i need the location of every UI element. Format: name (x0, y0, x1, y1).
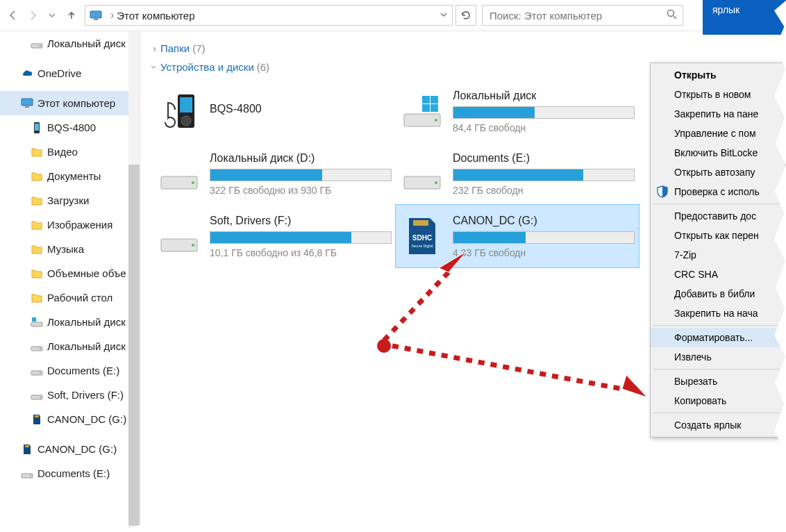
menu-item[interactable]: Закрепить на нача (651, 304, 785, 323)
svg-rect-6 (25, 106, 29, 108)
drive-item[interactable]: SDHCSecure Digital CANON_DC (G:) 4,33 ГБ… (396, 205, 639, 267)
menu-item-label: Создать ярлык (674, 419, 741, 431)
folder-3d-icon (31, 267, 43, 280)
svg-rect-5 (22, 99, 33, 106)
tree-item-label: OneDrive (37, 67, 81, 79)
onedrive-icon (21, 67, 33, 80)
group-folders[interactable]: › Папки (7) (153, 42, 778, 54)
tree-item[interactable]: Этот компьютер (0, 91, 140, 115)
folder-dl-icon (31, 194, 43, 207)
menu-item-label: Извлечь (674, 351, 712, 363)
tree-item[interactable]: CANON_DC (G:) (0, 407, 140, 431)
hdd-icon (31, 340, 43, 353)
forward-button[interactable] (24, 6, 42, 24)
menu-item[interactable]: Управление с пом (651, 124, 785, 143)
tree-item[interactable]: Documents (E:) (0, 358, 140, 383)
drive-item[interactable]: Локальный диск 84,4 ГБ свободн (396, 80, 639, 142)
up-button[interactable] (62, 6, 81, 24)
tree-item[interactable]: Музыка (0, 237, 140, 261)
tree-item-label: Музыка (47, 243, 84, 255)
tree-item[interactable]: Видео (0, 140, 140, 164)
menu-item-label: Проверка с исполь (674, 186, 760, 197)
tree-item-label: Soft, Drivers (F:) (47, 389, 124, 401)
drive-item[interactable]: Локальный диск (D:) 322 ГБ свободно из 9… (153, 142, 396, 205)
svg-point-33 (435, 181, 437, 184)
tree-item-label: BQS-4800 (47, 122, 96, 133)
menu-item[interactable]: Извлечь (651, 347, 785, 367)
hdd-icon (21, 467, 33, 480)
drive-item[interactable]: BQS-4800 (153, 80, 396, 142)
svg-rect-28 (422, 104, 430, 112)
svg-rect-27 (430, 96, 438, 103)
menu-item[interactable]: Форматировать... (651, 328, 785, 347)
drive-item[interactable]: Documents (E:) 232 ГБ свободн (396, 142, 639, 205)
tree-item[interactable]: Документы (0, 164, 140, 188)
menu-item-label: Открыть в новом (674, 89, 751, 100)
back-button[interactable] (4, 6, 22, 24)
menu-item[interactable]: Вырезать (651, 372, 785, 391)
tree-item[interactable]: OneDrive (0, 61, 140, 85)
tree-item[interactable]: Рабочий стол (0, 285, 140, 310)
svg-rect-36 (413, 220, 428, 226)
drive-name: BQS-4800 (210, 103, 392, 115)
tree-item-label: Этот компьютер (37, 97, 115, 109)
breadcrumb-dropdown[interactable] (440, 9, 448, 22)
menu-item[interactable]: Открыть (651, 65, 785, 85)
menu-item[interactable]: 7-Zip (651, 245, 785, 265)
tree-item[interactable]: Объемные объе (0, 261, 140, 285)
tree-item[interactable]: Локальный диск (0, 31, 140, 56)
tree-item[interactable]: Загрузки (0, 188, 140, 213)
tree-item-label: Объемные объе (47, 267, 126, 279)
svg-rect-18 (25, 445, 29, 447)
menu-item[interactable]: Проверка с исполь (651, 182, 785, 201)
chevron-down-icon: › (149, 65, 160, 69)
tree-item-label: Documents (E:) (47, 365, 119, 376)
mp3-icon (157, 89, 201, 133)
tree-item[interactable]: CANON_DC (G:) (0, 437, 140, 461)
folder-desktop-icon (31, 292, 43, 304)
breadcrumb-bar[interactable]: › Этот компьютер (85, 5, 453, 26)
tree-item[interactable]: BQS-4800 (0, 115, 140, 140)
menu-item[interactable]: Копировать (651, 391, 785, 410)
usage-bar (210, 231, 392, 244)
search-icon[interactable] (667, 9, 677, 22)
menu-item[interactable]: Включить BitLocke (651, 143, 785, 163)
menu-item[interactable]: Открыть в новом (651, 85, 785, 104)
tree-item[interactable]: Documents (E:) (0, 461, 140, 485)
tree-item[interactable]: Soft, Drivers (F:) (0, 383, 140, 407)
menu-item-label: Закрепить на нача (674, 308, 758, 319)
refresh-button[interactable] (455, 5, 476, 26)
menu-item[interactable]: CRC SHA (651, 265, 785, 284)
breadcrumb-current[interactable]: Этот компьютер (117, 10, 194, 22)
svg-point-20 (30, 475, 31, 476)
tree-item[interactable]: Изображения (0, 213, 140, 237)
menu-item[interactable]: Открыть автозапу (651, 163, 785, 182)
history-dropdown[interactable] (43, 6, 61, 24)
tree-item[interactable]: Локальный диск (0, 334, 140, 358)
svg-point-12 (40, 348, 41, 349)
svg-rect-0 (90, 11, 101, 18)
tree-item-label: Видео (47, 146, 78, 158)
tree-item-label: CANON_DC (G:) (47, 413, 126, 425)
tree-item-label: Documents (E:) (37, 467, 110, 479)
search-box[interactable] (482, 5, 683, 26)
folder-music-icon (31, 243, 43, 256)
tree-item[interactable]: Локальный диск (0, 310, 140, 334)
drive-item[interactable]: Soft, Drivers (F:) 10,1 ГБ свободно из 4… (153, 205, 396, 267)
menu-item[interactable]: Добавить в библи (651, 284, 785, 304)
svg-rect-10 (32, 317, 36, 322)
svg-point-31 (192, 181, 194, 184)
search-input[interactable] (488, 9, 667, 22)
sd-icon (21, 443, 33, 456)
nav-tree: Локальный дискOneDriveЭтот компьютерBQS-… (0, 31, 140, 532)
tree-item-label: Локальный диск (47, 316, 126, 328)
folder-video-icon (31, 146, 43, 158)
menu-item-label: CRC SHA (674, 269, 718, 280)
menu-item[interactable]: Открыть как перен (651, 226, 785, 245)
hdd-win-icon (31, 316, 43, 329)
menu-item[interactable]: Закрепить на пане (651, 104, 785, 124)
menu-item[interactable]: Создать ярлык (651, 415, 785, 435)
sidebar-scrollbar[interactable] (128, 31, 140, 532)
hdd-icon (31, 38, 43, 50)
menu-item[interactable]: Предоставить дос (651, 206, 785, 226)
